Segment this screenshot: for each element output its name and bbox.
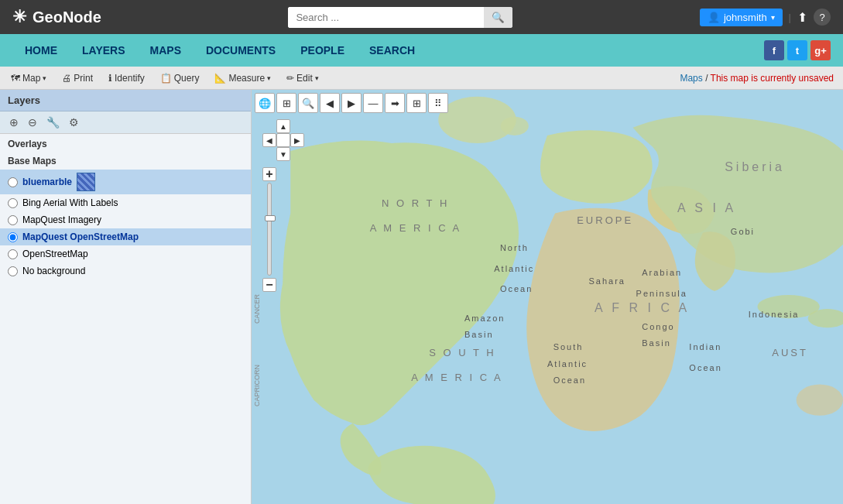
nav-item-layers[interactable]: LAYERS (70, 34, 138, 67)
map-nav-button[interactable]: 🌐 (255, 93, 275, 113)
identify-button[interactable]: ℹ Identify (102, 70, 151, 87)
pan-center-button[interactable] (276, 133, 290, 147)
add-layer-icon: ⊕ (9, 116, 19, 129)
basemap-item-none[interactable]: No background (0, 262, 251, 279)
measure-icon: 📐 (214, 73, 226, 84)
zoom-out-button[interactable]: − (262, 278, 276, 292)
layers-header: Layers (0, 90, 251, 111)
gplus-button[interactable]: g+ (810, 40, 831, 60)
layers-toolbar: ⊕ ⊖ 🔧 ⚙ (0, 111, 251, 134)
app-title: GeoNode (33, 9, 101, 26)
measure-caret-icon: ▾ (267, 74, 271, 82)
query-label: Query (174, 73, 200, 84)
social-icons: f t g+ (764, 40, 831, 60)
measure-label: Measure (228, 73, 265, 84)
basemap-item-mapquest[interactable]: MapQuest Imagery (0, 211, 251, 228)
search-form: 🔍 (288, 7, 512, 28)
svg-point-4 (797, 385, 843, 416)
nav-item-maps[interactable]: MAPS (138, 34, 194, 67)
pan-up-button[interactable]: ▲ (276, 119, 290, 133)
zoom-plus-area: + (262, 167, 276, 181)
map-dots-button[interactable]: ⠿ (428, 93, 448, 113)
main-nav: HOME LAYERS MAPS DOCUMENTS PEOPLE SEARCH… (0, 34, 843, 67)
upload-button[interactable]: ⬆ (797, 10, 807, 25)
unsaved-text: This map is currently unsaved (711, 73, 834, 84)
add-layer-button[interactable]: ⊕ (6, 115, 22, 130)
search-input[interactable] (288, 7, 484, 28)
layer-options-icon: ⚙ (69, 116, 79, 129)
logo-area: ✳ GeoNode (12, 7, 101, 27)
nav-item-home[interactable]: HOME (12, 34, 70, 67)
user-icon: 👤 (708, 12, 720, 23)
zoom-thumb[interactable] (265, 215, 276, 221)
print-button[interactable]: 🖨 Print (56, 70, 99, 87)
breadcrumb-separator: / (703, 73, 711, 84)
logo-snowflake-icon: ✳ (12, 7, 26, 27)
map-button[interactable]: 🗺 Map ▾ (5, 70, 53, 87)
basemap-label-osm: OpenStreetMap (22, 249, 88, 259)
print-icon: 🖨 (62, 73, 71, 84)
basemap-radio-bing[interactable] (8, 198, 18, 208)
map-arrow-button[interactable]: ➡ (385, 93, 405, 113)
zoom-minus-area: − (262, 278, 276, 292)
query-button[interactable]: 📋 Query (154, 70, 206, 87)
map-area[interactable]: 🌐 ⊞ 🔍 ◀ ▶ — ➡ ⊞ ⠿ ▲ ◀ ▶ ▼ + (252, 90, 843, 504)
basemap-label-mapquest-osm: MapQuest OpenStreetMap (22, 231, 139, 242)
basemap-radio-osm[interactable] (8, 249, 18, 259)
measure-button[interactable]: 📐 Measure ▾ (208, 70, 277, 87)
left-panel: Layers ⊕ ⊖ 🔧 ⚙ Overlays Base Maps bluema… (0, 90, 252, 504)
user-dropdown-caret: ▾ (771, 13, 775, 22)
map-next-extent-button[interactable]: ▶ (341, 93, 362, 113)
overlays-section: Overlays (0, 134, 251, 153)
edit-button[interactable]: ✏ Edit ▾ (280, 70, 325, 87)
nav-item-search[interactable]: SEARCH (357, 34, 427, 67)
pan-left-button[interactable]: ◀ (262, 133, 276, 147)
edit-icon: ✏ (286, 73, 294, 84)
map-search-button[interactable]: 🔍 (298, 93, 318, 113)
identify-icon: ℹ (108, 73, 112, 84)
basemap-label-bluemarble: bluemarble (22, 177, 72, 187)
nav-item-people[interactable]: PEOPLE (288, 34, 357, 67)
basemap-item-bing[interactable]: Bing Aerial With Labels (0, 194, 251, 211)
nav-item-documents[interactable]: DOCUMENTS (194, 34, 288, 67)
zoom-in-button[interactable]: + (262, 167, 276, 181)
basemap-label-bing: Bing Aerial With Labels (22, 197, 118, 208)
basemap-radio-mapquest[interactable] (8, 215, 18, 225)
map-zoom-full-button[interactable]: ⊞ (276, 93, 296, 113)
basemap-radio-bluemarble[interactable] (8, 177, 18, 187)
basemap-item-bluemarble[interactable]: bluemarble (0, 170, 251, 194)
map-label: Map (22, 73, 40, 84)
pan-right-button[interactable]: ▶ (290, 133, 304, 147)
svg-point-5 (501, 117, 529, 135)
nav-separator: | (789, 12, 791, 23)
maps-breadcrumb-link[interactable]: Maps (680, 73, 702, 84)
toolbar: 🗺 Map ▾ 🖨 Print ℹ Identify 📋 Query 📐 Mea… (0, 67, 843, 90)
map-prev-extent-button[interactable]: ◀ (320, 93, 340, 113)
main-content: Layers ⊕ ⊖ 🔧 ⚙ Overlays Base Maps bluema… (0, 90, 843, 504)
twitter-button[interactable]: t (787, 40, 807, 60)
facebook-button[interactable]: f (764, 40, 784, 60)
breadcrumb-area: Maps / This map is currently unsaved (680, 73, 838, 84)
layer-settings-icon: 🔧 (46, 116, 60, 129)
basemap-item-osm[interactable]: OpenStreetMap (0, 245, 251, 262)
search-button[interactable]: 🔍 (484, 7, 512, 28)
query-icon: 📋 (160, 73, 172, 84)
remove-layer-button[interactable]: ⊖ (25, 115, 40, 130)
identify-label: Identify (115, 73, 145, 84)
basemap-radio-none[interactable] (8, 266, 18, 276)
search-bar-container: 🔍 (114, 7, 687, 28)
layer-settings-button[interactable]: 🔧 (43, 115, 63, 130)
pan-down-button[interactable]: ▼ (276, 147, 290, 161)
basemap-radio-mapquest-osm[interactable] (8, 232, 18, 242)
user-badge[interactable]: 👤 johnsmith ▾ (700, 9, 783, 26)
tropic-capricorn-label: CAPRICORN (252, 363, 262, 408)
map-grid-button[interactable]: ⊞ (406, 93, 427, 113)
basemap-item-mapquest-osm[interactable]: MapQuest OpenStreetMap (0, 228, 251, 245)
basemaps-label: Base Maps (0, 156, 251, 166)
map-minus-button[interactable]: — (363, 93, 383, 113)
help-button[interactable]: ? (814, 9, 831, 26)
bluemarble-thumbnail (77, 173, 95, 191)
basemap-label-none: No background (22, 266, 85, 276)
layer-options-button[interactable]: ⚙ (66, 115, 82, 130)
edit-caret-icon: ▾ (315, 74, 319, 82)
